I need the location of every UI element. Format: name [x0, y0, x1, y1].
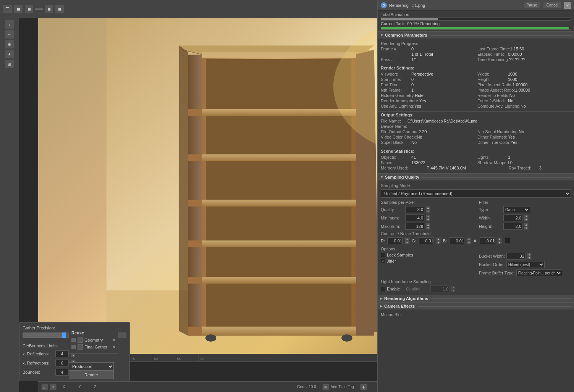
- quality-input[interactable]: [405, 206, 424, 213]
- type-select[interactable]: Gauss: [503, 206, 530, 213]
- maximum-input[interactable]: [405, 223, 424, 230]
- quality-down[interactable]: ▼: [426, 210, 430, 213]
- r-down[interactable]: ▼: [405, 241, 409, 244]
- add-btn[interactable]: +: [360, 384, 367, 390]
- output-settings-section: Output Settings: File Name: C:\Users\Kam…: [378, 111, 574, 148]
- add-time-tag-btn-container: ⊞ Add Time Tag: [322, 384, 354, 390]
- frame-buffer-label: Frame Buffer Type:: [479, 271, 515, 275]
- sampling-mode-select[interactable]: Unified / Raytraced (Recommended): [381, 189, 571, 198]
- li-quality-input[interactable]: [430, 286, 449, 292]
- close-button[interactable]: ×: [564, 2, 571, 9]
- geometry-checkbox[interactable]: [78, 337, 83, 343]
- icon-btn-1[interactable]: ◼: [14, 5, 23, 14]
- bucket-width-spinner[interactable]: ▲ ▼: [527, 253, 532, 260]
- final-gather-checkbox[interactable]: [78, 344, 83, 350]
- menu-btn[interactable]: ☰: [3, 5, 12, 14]
- minimum-up[interactable]: ▲: [426, 215, 430, 218]
- r-up[interactable]: ▲: [405, 237, 409, 241]
- max-refractions-input[interactable]: 6: [55, 360, 69, 366]
- lock-icon-2: [71, 345, 76, 349]
- maximum-spinner[interactable]: ▲ ▼: [426, 223, 430, 230]
- width-f-down[interactable]: ▼: [524, 218, 529, 221]
- a-input[interactable]: [480, 237, 495, 244]
- render-button[interactable]: Render: [69, 371, 114, 379]
- left-tool-3[interactable]: ⊕: [5, 40, 14, 49]
- final-gather-close[interactable]: ✕: [112, 344, 116, 350]
- minimum-spinner[interactable]: ▲ ▼: [426, 215, 430, 221]
- height-f-down[interactable]: ▼: [524, 226, 529, 230]
- width-f-spinner[interactable]: ▲ ▼: [524, 215, 529, 221]
- width-f-up[interactable]: ▲: [524, 215, 529, 218]
- common-params-line: [430, 35, 572, 35]
- b-spinner[interactable]: ▲ ▼: [467, 237, 471, 244]
- add-time-tag-icon[interactable]: ⊞: [322, 384, 329, 390]
- camera-effects-header[interactable]: ▶ Camera Effects: [378, 302, 574, 310]
- reuse-title: Reuse: [71, 331, 116, 335]
- r-input[interactable]: [387, 237, 403, 244]
- contrast-label: Contrast / Noise Threshold: [381, 231, 571, 236]
- enable-checkbox[interactable]: [381, 287, 385, 291]
- a-down[interactable]: ▼: [497, 241, 502, 244]
- reflections-down[interactable]: ▼: [71, 354, 76, 357]
- height-f-up[interactable]: ▲: [524, 223, 529, 226]
- left-tool-1[interactable]: ↕: [5, 20, 14, 29]
- common-params-header[interactable]: ▼ Common Parameters: [378, 31, 574, 39]
- sampling-quality-header[interactable]: ▼ Sampling Quality: [378, 173, 574, 181]
- maximum-down[interactable]: ▼: [426, 226, 430, 230]
- left-tool-4[interactable]: ✦: [5, 50, 14, 59]
- g-up[interactable]: ▲: [436, 237, 441, 241]
- ce-bounces-label: Ce/Bounces Limits: [23, 344, 58, 348]
- frame-buffer-select[interactable]: Floating-Poin... per channel): [516, 269, 562, 276]
- production-select[interactable]: Production: [69, 362, 114, 371]
- viewport-value: Perspective: [411, 72, 433, 76]
- bucket-width-down[interactable]: ▼: [527, 256, 532, 260]
- status-icon-2[interactable]: ⊕: [50, 384, 57, 390]
- quality-spinner[interactable]: ▲ ▼: [426, 206, 430, 213]
- left-tool-5[interactable]: ⊞: [5, 60, 14, 69]
- tick-85: 85: [176, 354, 181, 361]
- motion-blur-label: Motion Blur: [381, 312, 571, 317]
- r-label: R:: [381, 239, 385, 243]
- rendering-algorithms-arrow: ▶: [380, 297, 383, 300]
- minimum-input[interactable]: [405, 215, 424, 221]
- b-input[interactable]: [449, 237, 464, 244]
- g-spinner[interactable]: ▲ ▼: [436, 237, 441, 244]
- g-input[interactable]: [419, 237, 434, 244]
- icon-btn-4[interactable]: ◼: [55, 5, 64, 14]
- rendering-algorithms-header[interactable]: ▶ Rendering Algorithms: [378, 295, 574, 302]
- frame-label: Frame #: [381, 47, 411, 51]
- width-f-input[interactable]: [503, 215, 522, 221]
- b-up[interactable]: ▲: [467, 237, 471, 241]
- viewport-label: Viewport:: [381, 72, 411, 76]
- icon-btn-2[interactable]: ◼: [24, 5, 34, 14]
- a-up[interactable]: ▲: [497, 237, 502, 241]
- final-gather-label: Final Gather: [84, 345, 108, 349]
- g-down[interactable]: ▼: [436, 241, 441, 244]
- height-f-input[interactable]: [503, 223, 522, 230]
- minimum-down[interactable]: ▼: [426, 218, 430, 221]
- a-spinner[interactable]: ▲ ▼: [497, 237, 502, 244]
- lock-samples-checkbox[interactable]: [381, 253, 385, 257]
- r-spinner[interactable]: ▲ ▼: [405, 237, 409, 244]
- icon-btn-3[interactable]: ◼: [44, 5, 53, 14]
- current-task-row: Current Task: 99.1% Rendering...: [378, 21, 574, 27]
- geometry-close[interactable]: ✕: [112, 337, 116, 343]
- color-swatch[interactable]: [504, 238, 510, 244]
- status-icon-1[interactable]: ⬚: [41, 384, 48, 390]
- pause-button[interactable]: Pause: [523, 2, 541, 9]
- bucket-order-select[interactable]: Hilbert (best): [506, 261, 545, 268]
- b-down[interactable]: ▼: [467, 241, 471, 244]
- jitter-checkbox[interactable]: ✓: [381, 259, 385, 263]
- filter-header: Filter: [479, 200, 571, 205]
- task-bar-fill: [381, 27, 569, 29]
- max-reflections-input[interactable]: 4: [55, 350, 69, 357]
- video-color-value: No: [417, 135, 422, 139]
- left-tool-2[interactable]: ↔: [5, 30, 14, 39]
- maximum-up[interactable]: ▲: [426, 223, 430, 226]
- bucket-width-up[interactable]: ▲: [527, 253, 532, 256]
- bucket-width-input[interactable]: [506, 253, 525, 260]
- cancel-button[interactable]: Cancel: [543, 2, 562, 9]
- bounces-input[interactable]: 4: [55, 369, 69, 376]
- height-f-spinner[interactable]: ▲ ▼: [524, 223, 529, 230]
- quality-up[interactable]: ▲: [426, 206, 430, 210]
